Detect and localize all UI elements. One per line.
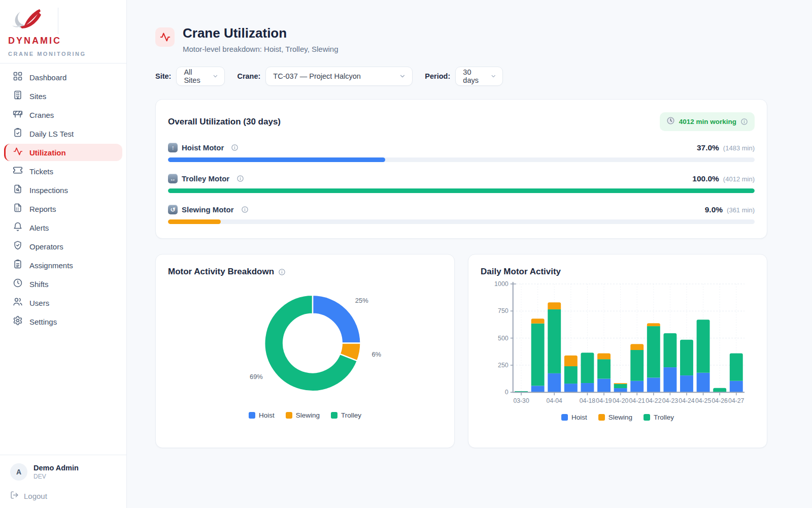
- info-icon[interactable]: [740, 118, 748, 125]
- trolley-motor-name: Trolley Motor: [182, 174, 229, 183]
- overall-utilization-card: Overall Utilization (30 days) 4012 min w…: [155, 99, 767, 239]
- logout-icon: [10, 491, 19, 501]
- sidebar-item-label: Utilization: [29, 148, 66, 157]
- period-select[interactable]: 30 days: [455, 67, 503, 86]
- sidebar-item-alerts[interactable]: Alerts: [4, 219, 122, 236]
- chevron-down-icon: [212, 73, 219, 80]
- hoist-motor-name: Hoist Motor: [182, 143, 224, 152]
- clipboard-check-icon: [13, 128, 23, 140]
- svg-text:04-22: 04-22: [646, 397, 662, 404]
- svg-text:6%: 6%: [371, 351, 381, 358]
- svg-text:04-24: 04-24: [679, 397, 695, 404]
- sidebar-item-settings[interactable]: Settings: [4, 313, 122, 330]
- donut-legend: HoistSlewingTrolley: [168, 411, 442, 419]
- period-filter-label: Period:: [425, 72, 450, 80]
- shield-check-icon: [13, 240, 23, 252]
- slewing-motor-minutes: (361 min): [727, 206, 755, 214]
- sidebar-item-tickets[interactable]: Tickets: [4, 163, 122, 180]
- sidebar-item-cranes[interactable]: Cranes: [4, 106, 122, 123]
- trolley-motor-row: ↔ Trolley Motor 100.0% (4012 min): [168, 174, 755, 193]
- overall-card-title: Overall Utilization (30 days): [168, 117, 281, 127]
- ticket-icon: [13, 165, 23, 177]
- legend-item: Hoist: [561, 414, 587, 421]
- info-icon[interactable]: [241, 206, 249, 213]
- user-name: Demo Admin: [33, 464, 79, 472]
- crane-filter-label: Crane:: [237, 72, 260, 80]
- site-filter-label: Site:: [155, 72, 171, 80]
- file-report-icon: [13, 203, 23, 215]
- svg-text:04-19: 04-19: [596, 397, 612, 404]
- utilization-pulse-icon: [155, 27, 175, 47]
- hoist-progress-fill: [168, 157, 385, 162]
- bar-legend: HoistSlewingTrolley: [481, 414, 755, 421]
- sidebar: DYNAMIC CRANE MONITORING Dashboard Sites…: [0, 0, 127, 508]
- clipboard-list-icon: [13, 259, 23, 271]
- sidebar-item-users[interactable]: Users: [4, 294, 122, 311]
- page-title: Crane Utilization: [183, 25, 339, 41]
- sidebar-item-reports[interactable]: Reports: [4, 200, 122, 217]
- slewing-motor-name: Slewing Motor: [182, 205, 234, 214]
- main-content: Crane Utilization Motor-level breakdown:…: [127, 0, 812, 508]
- working-minutes-badge: 4012 min working: [660, 112, 755, 131]
- legend-swatch: [561, 414, 568, 421]
- trolley-motor-percent: 100.0%: [692, 174, 719, 183]
- clock-icon: [13, 278, 23, 290]
- info-icon[interactable]: [236, 175, 244, 182]
- legend-item: Trolley: [644, 414, 674, 421]
- slewing-progress-track: [168, 219, 755, 224]
- sidebar-item-dashboard[interactable]: Dashboard: [4, 69, 122, 86]
- sidebar-item-label: Operators: [29, 242, 63, 251]
- sidebar-item-label: Dashboard: [29, 73, 66, 82]
- site-select[interactable]: All Sites: [176, 67, 225, 86]
- info-icon[interactable]: [278, 268, 286, 276]
- brand-name: DYNAMIC: [8, 36, 116, 46]
- sidebar-item-label: Users: [29, 299, 49, 307]
- site-select-value: All Sites: [184, 68, 208, 84]
- hoist-motor-percent: 37.0%: [697, 143, 719, 152]
- sidebar-item-daily-ls-test[interactable]: Daily LS Test: [4, 125, 122, 142]
- sidebar-item-sites[interactable]: Sites: [4, 87, 122, 105]
- motor-activity-breakdown-card: Motor Activity Breakdown 25%6%69% HoistS…: [155, 254, 455, 448]
- legend-swatch: [598, 414, 605, 421]
- logout-button[interactable]: Logout: [10, 491, 116, 501]
- sidebar-item-assignments[interactable]: Assignments: [4, 257, 122, 274]
- chevron-down-icon: [490, 73, 497, 80]
- svg-text:03-30: 03-30: [513, 397, 529, 404]
- sidebar-item-operators[interactable]: Operators: [4, 238, 122, 255]
- gear-icon: [13, 315, 23, 328]
- building-icon: [13, 90, 23, 102]
- svg-text:04-04: 04-04: [547, 397, 563, 404]
- slewing-motor-percent: 9.0%: [705, 205, 723, 214]
- dashboard-icon: [13, 71, 23, 83]
- daily-motor-activity-card: Daily Motor Activity 0250500750100003-30…: [468, 254, 767, 448]
- sidebar-item-shifts[interactable]: Shifts: [4, 275, 122, 293]
- crane-select[interactable]: TC-037 — Project Halcyon: [265, 67, 413, 86]
- sidebar-item-utilization[interactable]: Utilization: [4, 144, 122, 161]
- sidebar-item-label: Shifts: [29, 280, 49, 289]
- trolley-progress-track: [168, 188, 755, 193]
- svg-text:1000: 1000: [494, 280, 509, 288]
- brand-tagline: CRANE MONITORING: [8, 51, 116, 57]
- svg-text:04-20: 04-20: [613, 397, 629, 404]
- crane-select-value: TC-037 — Project Halcyon: [273, 72, 360, 80]
- legend-swatch: [286, 412, 292, 419]
- sidebar-item-inspections[interactable]: Inspections: [4, 181, 122, 199]
- working-minutes-text: 4012 min working: [679, 118, 736, 125]
- svg-text:250: 250: [498, 362, 509, 369]
- legend-swatch: [644, 414, 650, 421]
- brand: DYNAMIC CRANE MONITORING: [0, 0, 126, 63]
- trolley-motor-minutes: (4012 min): [723, 175, 755, 183]
- info-icon[interactable]: [231, 144, 239, 151]
- svg-text:04-18: 04-18: [580, 397, 596, 404]
- slewing-motor-row: ↺ Slewing Motor 9.0% (361 min): [168, 205, 755, 224]
- activity-pulse-icon: [13, 146, 23, 158]
- svg-text:500: 500: [498, 335, 509, 342]
- donut-chart-title: Motor Activity Breakdown: [168, 267, 274, 277]
- svg-text:25%: 25%: [355, 297, 368, 304]
- chevron-down-icon: [399, 73, 406, 80]
- avatar: A: [10, 463, 27, 481]
- svg-text:04-25: 04-25: [695, 397, 712, 404]
- legend-swatch: [249, 412, 255, 419]
- hoist-motor-minutes: (1483 min): [723, 144, 755, 152]
- bar-chart-title: Daily Motor Activity: [481, 267, 561, 277]
